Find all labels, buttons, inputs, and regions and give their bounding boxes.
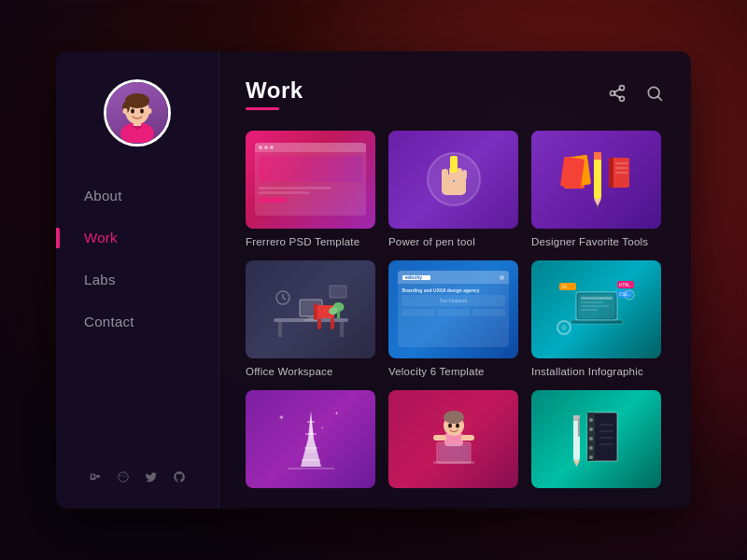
svg-point-98 [589,446,593,450]
header-actions [607,83,665,104]
content-header: Work [246,77,665,110]
svg-text:HTML: HTML [619,282,630,287]
thumb-tools [531,131,661,229]
svg-rect-59 [581,305,609,307]
work-card-office[interactable]: Office Workspace [246,260,375,377]
svg-rect-48 [317,318,321,329]
svg-marker-31 [594,199,601,206]
sidebar: About Work Labs Contact [56,51,219,509]
svg-point-95 [589,418,593,422]
sidebar-item-work[interactable]: Work [84,217,190,259]
social-icons-row [87,469,188,490]
svg-rect-90 [433,435,446,441]
svg-point-69 [561,325,567,330]
nav-menu: About Work Labs Contact [56,175,218,469]
title-underline [246,107,279,110]
thumb-paris: ✦ ✦ ✦ [246,390,375,488]
svg-point-88 [448,424,452,428]
card-label-office: Office Workspace [246,366,375,377]
avatar [104,79,171,147]
svg-line-14 [614,90,620,92]
sidebar-item-contact[interactable]: Contact [84,301,190,343]
svg-marker-76 [304,439,317,453]
thumb-pentool [388,131,518,229]
work-card-pentool[interactable]: Power of pen tool [388,131,518,247]
avatar-image [107,83,167,143]
work-card-notebook[interactable]: Notebook Mockup [531,390,661,491]
work-grid: Frerrero PSD Template [246,131,665,491]
svg-point-99 [589,455,593,459]
sidebar-item-about[interactable]: About [84,175,190,217]
page-title: Work [246,77,303,104]
thumb-character [388,390,518,488]
dribbble-icon[interactable] [115,469,132,485]
behance-icon[interactable] [87,469,104,485]
svg-rect-107 [578,418,580,437]
svg-rect-50 [314,303,317,320]
svg-marker-106 [573,460,580,467]
svg-line-46 [283,298,286,300]
svg-rect-91 [461,435,474,441]
svg-rect-84 [433,461,474,464]
svg-text:✦: ✦ [320,425,324,430]
svg-point-15 [648,88,659,99]
svg-point-71 [627,293,631,297]
svg-rect-92 [439,444,469,461]
svg-point-5 [131,109,134,114]
svg-point-96 [589,427,593,431]
thumb-office [246,260,375,358]
thumb-infographic: HTML CSS JS [531,260,661,358]
svg-text:✦: ✦ [334,411,339,416]
svg-point-8 [148,108,152,114]
svg-text:✦: ✦ [278,413,285,422]
svg-rect-61 [571,320,623,324]
work-card-paris[interactable]: ✦ ✦ ✦ [246,390,375,491]
thumb-velocity: velocity Boarding and UX/UI design agenc… [388,260,518,358]
svg-rect-58 [581,301,603,303]
svg-line-13 [614,95,620,98]
work-card-character[interactable]: Character Design [388,390,518,491]
svg-rect-19 [442,169,448,180]
svg-rect-60 [581,309,598,311]
svg-point-89 [456,424,459,428]
card-label-infographic: Installation Infographic [531,366,661,377]
main-content: Work [219,51,691,509]
app-window: About Work Labs Contact [56,51,691,509]
svg-rect-39 [278,322,282,337]
share-icon[interactable] [607,83,627,104]
svg-line-16 [658,97,662,101]
svg-point-7 [123,108,128,114]
svg-rect-28 [559,156,584,189]
search-icon[interactable] [644,83,665,104]
page-title-wrap: Work [246,77,303,110]
card-label-tools: Designer Favorite Tools [531,236,661,247]
svg-rect-49 [331,318,334,329]
svg-text:JS: JS [561,284,567,289]
svg-point-97 [589,437,593,441]
svg-rect-34 [609,158,613,188]
work-card-frerrero[interactable]: Frerrero PSD Template [246,131,375,247]
card-label-frerrero: Frerrero PSD Template [246,236,375,247]
card-label-velocity: Velocity 6 Template [388,366,518,377]
twitter-icon[interactable] [143,469,160,485]
sidebar-item-labs[interactable]: Labs [84,259,190,301]
github-icon[interactable] [171,469,188,485]
thumb-frerrero [246,131,375,229]
work-card-tools[interactable]: Designer Favorite Tools [531,131,661,247]
card-label-pentool: Power of pen tool [388,236,518,247]
svg-rect-42 [308,316,314,319]
work-card-infographic[interactable]: HTML CSS JS Installation Infographic [531,260,661,377]
svg-rect-30 [594,152,601,160]
svg-rect-22 [462,170,467,179]
svg-rect-54 [330,286,346,298]
svg-rect-57 [581,297,613,300]
svg-rect-40 [340,322,344,337]
thumb-notebook [531,390,661,488]
work-card-velocity[interactable]: velocity Boarding and UX/UI design agenc… [388,260,518,377]
svg-rect-23 [450,156,458,173]
svg-point-6 [140,109,144,114]
svg-point-87 [444,411,464,424]
